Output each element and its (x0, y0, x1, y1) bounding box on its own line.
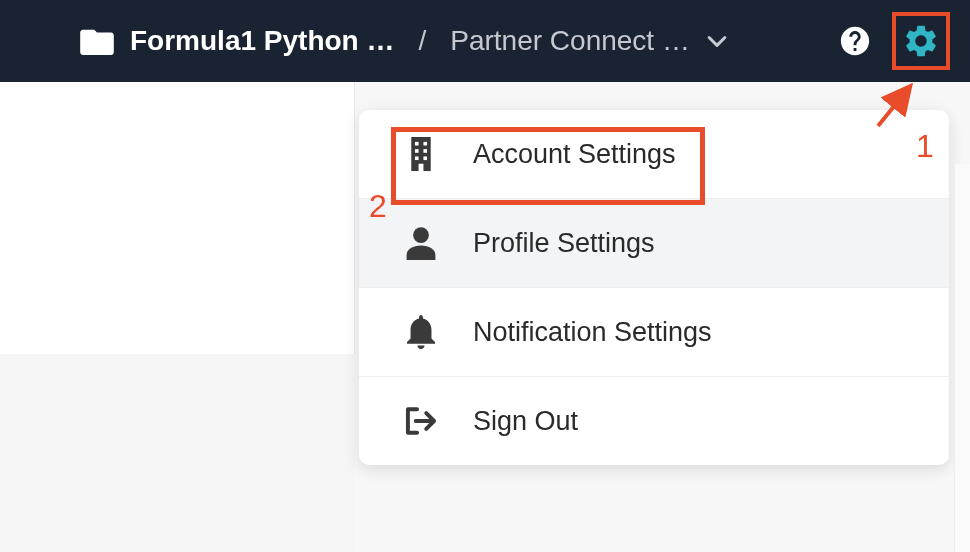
svg-rect-1 (415, 142, 419, 146)
side-panel-lower (0, 354, 355, 552)
scrollbar[interactable] (954, 164, 970, 552)
folder-icon (80, 27, 114, 55)
side-panel (0, 82, 355, 354)
svg-rect-7 (419, 164, 424, 171)
sign-out-icon (403, 403, 439, 439)
svg-rect-3 (415, 149, 419, 153)
user-icon (403, 225, 439, 261)
menu-item-account-settings[interactable]: Account Settings (359, 110, 949, 199)
gear-icon (902, 22, 940, 60)
breadcrumb-project[interactable]: Formula1 Python … (130, 25, 394, 57)
help-icon[interactable] (836, 22, 874, 60)
annotation-label-1: 1 (916, 128, 934, 165)
building-icon (403, 136, 439, 172)
svg-rect-2 (423, 142, 427, 146)
content-area: Account Settings Profile Settings Notifi… (0, 82, 970, 552)
breadcrumb: Formula1 Python … / Partner Connect … (80, 25, 836, 57)
menu-item-notification-settings[interactable]: Notification Settings (359, 288, 949, 377)
menu-item-label: Profile Settings (473, 228, 655, 259)
settings-gear-button[interactable] (892, 12, 950, 70)
svg-rect-6 (423, 156, 427, 160)
svg-rect-4 (423, 149, 427, 153)
breadcrumb-page[interactable]: Partner Connect … (450, 25, 728, 57)
chevron-down-icon (706, 34, 728, 48)
settings-dropdown-menu: Account Settings Profile Settings Notifi… (359, 110, 949, 465)
breadcrumb-separator: / (410, 25, 434, 57)
menu-item-profile-settings[interactable]: Profile Settings (359, 199, 949, 288)
menu-item-label: Account Settings (473, 139, 676, 170)
topbar: Formula1 Python … / Partner Connect … (0, 0, 970, 82)
menu-item-label: Notification Settings (473, 317, 712, 348)
annotation-label-2: 2 (369, 188, 387, 225)
topbar-actions (836, 12, 950, 70)
menu-item-label: Sign Out (473, 406, 578, 437)
svg-point-8 (413, 227, 429, 243)
menu-item-sign-out[interactable]: Sign Out (359, 377, 949, 465)
svg-rect-5 (415, 156, 419, 160)
bell-icon (403, 314, 439, 350)
